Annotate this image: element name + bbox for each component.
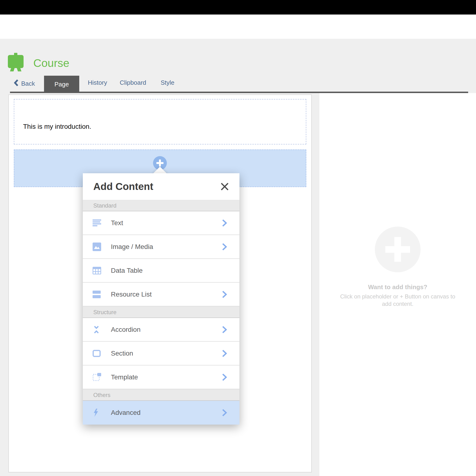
lightning-icon (93, 408, 102, 417)
tab-style[interactable]: Style (161, 79, 174, 86)
chevron-right-icon (222, 409, 227, 417)
data-table-icon (93, 267, 102, 274)
hint-heading: Want to add things? (336, 284, 459, 291)
tab-clipboard[interactable]: Clipboard (120, 79, 146, 86)
back-chevron-icon (14, 79, 19, 88)
menu-item-label: Template (111, 374, 222, 381)
paragraph-block[interactable]: This is my introduction. (14, 99, 306, 144)
popup-section-label: Standard (83, 200, 239, 211)
menu-item-image-media[interactable]: Image / Media (83, 235, 239, 259)
menu-item-label: Section (111, 350, 222, 357)
menu-item-data-table[interactable]: Data Table (83, 259, 239, 283)
accordion-icon (93, 325, 102, 334)
menu-item-resource-list[interactable]: Resource List (83, 283, 239, 306)
menu-item-label: Advanced (111, 409, 222, 416)
menu-item-label: Accordion (111, 326, 222, 333)
menu-item-label: Data Table (111, 267, 227, 274)
menu-item-template[interactable]: Template (83, 366, 239, 389)
popup-section-label: Others (83, 389, 239, 401)
chevron-right-icon (222, 290, 227, 298)
chevron-right-icon (222, 219, 227, 227)
popup-section-label: Structure (83, 306, 239, 318)
tab-page[interactable]: Page (44, 76, 79, 93)
placeholder-hint: Want to add things? Click on placeholder… (336, 284, 459, 307)
page-title: Course (33, 56, 69, 69)
chevron-right-icon (222, 373, 227, 381)
chevron-right-icon (222, 349, 227, 357)
chevron-right-icon (222, 325, 227, 334)
properties-panel: Want to add things? Click on placeholder… (319, 93, 476, 476)
menu-item-accordion[interactable]: Accordion (83, 318, 239, 342)
template-icon (93, 373, 102, 381)
resource-list-icon (93, 290, 102, 298)
text-lines-icon (93, 220, 102, 227)
add-content-popup: Add Content StandardTextImage / MediaDat… (83, 173, 239, 425)
menu-item-advanced[interactable]: Advanced (83, 401, 239, 425)
hint-body: Click on placeholder or + Button on canv… (336, 293, 459, 307)
image-icon (93, 242, 102, 251)
menu-item-label: Text (111, 219, 222, 227)
popup-title: Add Content (93, 181, 153, 192)
menu-item-label: Resource List (111, 290, 222, 298)
popup-header: Add Content (83, 173, 239, 200)
tab-history[interactable]: History (88, 79, 107, 86)
menu-item-section[interactable]: Section (83, 342, 239, 366)
big-plus-placeholder-icon[interactable] (375, 227, 421, 272)
close-icon[interactable] (220, 181, 230, 192)
menu-item-label: Image / Media (111, 243, 222, 251)
section-icon (93, 350, 102, 357)
intro-paragraph-text: This is my introduction. (23, 123, 91, 130)
course-easel-icon (8, 53, 24, 71)
menu-item-text[interactable]: Text (83, 211, 239, 235)
chevron-right-icon (222, 243, 227, 251)
top-black-bar (0, 0, 476, 15)
back-label: Back (21, 80, 35, 87)
back-button[interactable]: Back (14, 79, 35, 88)
white-band (0, 15, 476, 39)
